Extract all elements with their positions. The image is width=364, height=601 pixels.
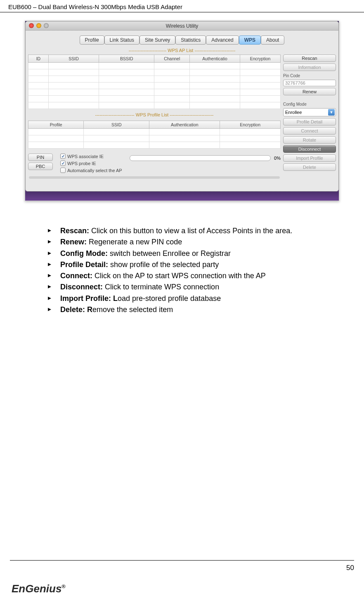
disconnect-button[interactable]: Disconnect bbox=[283, 145, 336, 153]
table-row[interactable] bbox=[28, 63, 281, 69]
config-mode-select[interactable]: Enrollee ▼ bbox=[283, 108, 336, 116]
wps-profile-table[interactable]: Profile SSID Authentication Encryption bbox=[28, 121, 281, 149]
screenshot: Wireless Utility Profile Link Status Sit… bbox=[25, 21, 339, 201]
brand-logo: EnGenius® bbox=[12, 582, 66, 595]
doc-title: EUB600 – Dual Band Wireless-N 300Mbps Me… bbox=[8, 3, 182, 10]
tab-site-survey[interactable]: Site Survey bbox=[139, 35, 175, 45]
check1-label: WPS associate IE bbox=[67, 154, 104, 159]
check2-label: WPS probe IE bbox=[67, 161, 96, 166]
table-row[interactable] bbox=[28, 69, 281, 76]
tab-statistics[interactable]: Statistics bbox=[175, 35, 206, 45]
table-row[interactable] bbox=[28, 96, 281, 102]
table-row[interactable] bbox=[28, 83, 281, 89]
col-id: ID bbox=[28, 55, 49, 63]
config-mode-label: Config Mode bbox=[283, 102, 336, 106]
col-channel: Channel bbox=[154, 55, 190, 63]
description-list: Rescan: Click on this button to view a l… bbox=[45, 226, 331, 315]
col-enc: Encryption bbox=[240, 55, 281, 63]
list-item: Rescan: Click on this button to view a l… bbox=[45, 226, 331, 236]
col-penc: Encryption bbox=[220, 121, 281, 129]
profile-list-title: -------------------------- WPS Profile L… bbox=[28, 112, 281, 117]
check3-label: Automatically select the AP bbox=[67, 168, 122, 173]
status-stripe bbox=[29, 176, 280, 179]
pbc-button[interactable]: PBC bbox=[28, 163, 53, 170]
rotate-button[interactable]: Rotate bbox=[283, 136, 336, 144]
tab-bar: Profile Link Status Site Survey Statisti… bbox=[28, 35, 336, 45]
minimize-icon[interactable] bbox=[36, 23, 41, 28]
progress-bar bbox=[130, 155, 271, 161]
profile-detail-button[interactable]: Profile Detail bbox=[283, 118, 336, 125]
page-header: EUB600 – Dual Band Wireless-N 300Mbps Me… bbox=[0, 0, 364, 12]
list-item: Connect: Click on the AP to start WPS co… bbox=[45, 271, 331, 281]
col-ssid: SSID bbox=[48, 55, 99, 63]
col-profile: Profile bbox=[28, 121, 84, 129]
tab-profile[interactable]: Profile bbox=[80, 35, 104, 45]
pin-button[interactable]: PIN bbox=[28, 154, 53, 161]
table-row[interactable] bbox=[28, 129, 281, 135]
table-row[interactable] bbox=[28, 142, 281, 149]
table-row[interactable] bbox=[28, 76, 281, 83]
close-icon[interactable] bbox=[29, 23, 34, 28]
list-item: Delete: Remove the selected item bbox=[45, 305, 331, 315]
list-item: Import Profile: Load pre-stored profile … bbox=[45, 293, 331, 303]
col-pauth: Authentication bbox=[149, 121, 220, 129]
checkbox-auto-ap[interactable] bbox=[60, 168, 66, 173]
table-row[interactable] bbox=[28, 102, 281, 109]
traffic-lights bbox=[29, 23, 49, 28]
connect-button[interactable]: Connect bbox=[283, 127, 336, 135]
delete-button[interactable]: Delete bbox=[283, 163, 336, 171]
checkbox-wps-associate[interactable]: ✓ bbox=[60, 154, 66, 159]
rescan-button[interactable]: Rescan bbox=[283, 54, 336, 62]
page-number: 50 bbox=[10, 560, 354, 572]
checkbox-wps-probe[interactable]: ✓ bbox=[60, 161, 66, 166]
config-mode-value: Enrollee bbox=[285, 110, 302, 115]
information-button[interactable]: Information bbox=[283, 64, 336, 71]
list-item: Renew: Regenerate a new PIN code bbox=[45, 237, 331, 247]
window-titlebar: Wireless Utility bbox=[26, 21, 338, 31]
zoom-icon[interactable] bbox=[44, 23, 49, 28]
tab-wps[interactable]: WPS bbox=[239, 35, 261, 45]
table-row[interactable] bbox=[28, 135, 281, 142]
progress-value: 0% bbox=[274, 156, 281, 161]
list-item: Disconnect: Click to terminate WPS conne… bbox=[45, 282, 331, 292]
wps-ap-table[interactable]: ID SSID BSSID Channel Authenticatio Encr… bbox=[28, 54, 281, 109]
list-item: Profile Detail: show profile of the sele… bbox=[45, 260, 331, 270]
tab-link-status[interactable]: Link Status bbox=[104, 35, 139, 45]
col-pssid: SSID bbox=[84, 121, 149, 129]
tab-advanced[interactable]: Advanced bbox=[206, 35, 239, 45]
list-item: Config Mode: switch between Enrollee or … bbox=[45, 248, 331, 258]
window-title: Wireless Utility bbox=[166, 23, 199, 29]
table-row[interactable] bbox=[28, 89, 281, 96]
import-profile-button[interactable]: Import Profile bbox=[283, 154, 336, 162]
chevron-down-icon: ▼ bbox=[328, 109, 335, 116]
pin-code-field[interactable]: 32767766 bbox=[283, 80, 336, 86]
screenshot-footer-strip bbox=[25, 192, 339, 201]
ap-list-title: ------------------------- WPS AP List --… bbox=[28, 48, 336, 53]
app-window: Wireless Utility Profile Link Status Sit… bbox=[25, 21, 339, 192]
col-bssid: BSSID bbox=[99, 55, 154, 63]
renew-button[interactable]: Renew bbox=[283, 88, 336, 95]
tab-about[interactable]: About bbox=[261, 35, 284, 45]
pin-code-label: Pin Code bbox=[283, 73, 336, 78]
col-auth: Authenticatio bbox=[190, 55, 240, 63]
